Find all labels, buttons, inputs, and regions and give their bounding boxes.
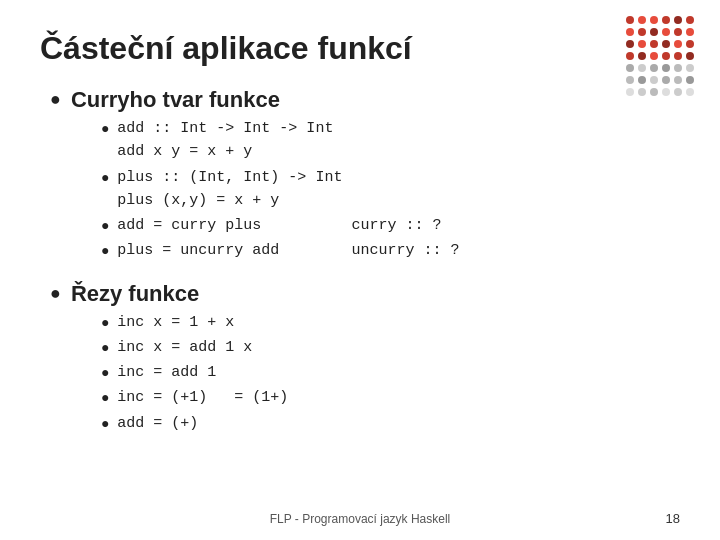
section-1: ● Curryho tvar funkce ● add :: Int -> In…: [50, 87, 680, 271]
section-2-subitem-3: ● inc = (+1) = (1+): [101, 386, 289, 409]
svg-point-21: [662, 52, 670, 60]
code-0: add :: Int -> Int -> Int add x y = x + y: [117, 117, 333, 164]
section-2-subitem-0: ● inc x = 1 + x: [101, 311, 289, 334]
section-2: ● Řezy funkce ● inc x = 1 + x ● inc x = …: [50, 281, 680, 443]
svg-point-25: [638, 64, 646, 72]
svg-point-36: [626, 88, 634, 96]
svg-point-15: [662, 40, 670, 48]
svg-point-24: [626, 64, 634, 72]
code-r3: inc = (+1) = (1+): [117, 386, 288, 409]
svg-point-41: [686, 88, 694, 96]
svg-point-31: [638, 76, 646, 84]
slide-title: Částeční aplikace funkcí: [40, 30, 680, 67]
svg-point-16: [674, 40, 682, 48]
svg-point-29: [686, 64, 694, 72]
slide-footer: FLP - Programovací jazyk Haskell: [0, 512, 720, 526]
section-1-subitems: ● add :: Int -> Int -> Int add x y = x +…: [101, 117, 460, 263]
svg-point-33: [662, 76, 670, 84]
svg-point-10: [674, 28, 682, 36]
sub-bullet-3: ●: [101, 242, 109, 258]
section-1-body: Curryho tvar funkce ● add :: Int -> Int …: [71, 87, 460, 271]
section-1-title: Curryho tvar funkce: [71, 87, 280, 112]
section-2-subitem-1: ● inc x = add 1 x: [101, 336, 289, 359]
svg-point-7: [638, 28, 646, 36]
svg-point-32: [650, 76, 658, 84]
section-2-bullet: ●: [50, 283, 61, 304]
section-1-bullet: ●: [50, 89, 61, 110]
sub-bullet-r4: ●: [101, 415, 109, 431]
svg-point-8: [650, 28, 658, 36]
page-number: 18: [666, 511, 680, 526]
section-2-subitems: ● inc x = 1 + x ● inc x = add 1 x ● inc …: [101, 311, 289, 435]
svg-point-26: [650, 64, 658, 72]
svg-point-34: [674, 76, 682, 84]
section-1-subitem-3: ● plus = uncurry add uncurry :: ?: [101, 239, 460, 262]
code-1: plus :: (Int, Int) -> Int plus (x,y) = x…: [117, 166, 342, 213]
section-2-subitem-2: ● inc = add 1: [101, 361, 289, 384]
svg-point-28: [674, 64, 682, 72]
svg-point-30: [626, 76, 634, 84]
svg-point-12: [626, 40, 634, 48]
svg-point-13: [638, 40, 646, 48]
code-2: add = curry plus curry :: ?: [117, 214, 441, 237]
footer-text: FLP - Programovací jazyk Haskell: [270, 512, 451, 526]
svg-point-40: [674, 88, 682, 96]
slide: Částeční aplikace funkcí ● Curryho tvar …: [0, 0, 720, 540]
slide-content: ● Curryho tvar funkce ● add :: Int -> In…: [40, 87, 680, 443]
svg-point-37: [638, 88, 646, 96]
svg-point-11: [686, 28, 694, 36]
svg-point-4: [674, 16, 682, 24]
svg-point-27: [662, 64, 670, 72]
section-2-subitem-4: ● add = (+): [101, 412, 289, 435]
svg-point-35: [686, 76, 694, 84]
svg-point-39: [662, 88, 670, 96]
code-3: plus = uncurry add uncurry :: ?: [117, 239, 459, 262]
svg-point-9: [662, 28, 670, 36]
svg-point-38: [650, 88, 658, 96]
section-2-title: Řezy funkce: [71, 281, 199, 306]
svg-point-6: [626, 28, 634, 36]
code-r0: inc x = 1 + x: [117, 311, 234, 334]
svg-point-1: [638, 16, 646, 24]
svg-point-22: [674, 52, 682, 60]
svg-point-3: [662, 16, 670, 24]
sub-bullet-r1: ●: [101, 339, 109, 355]
svg-point-20: [650, 52, 658, 60]
section-2-body: Řezy funkce ● inc x = 1 + x ● inc x = ad…: [71, 281, 289, 443]
section-1-subitem-1: ● plus :: (Int, Int) -> Int plus (x,y) =…: [101, 166, 460, 213]
svg-point-23: [686, 52, 694, 60]
code-r4: add = (+): [117, 412, 198, 435]
sub-bullet-r3: ●: [101, 389, 109, 405]
svg-point-17: [686, 40, 694, 48]
decorative-dot-grid: [620, 10, 700, 100]
code-r2: inc = add 1: [117, 361, 216, 384]
sub-bullet-2: ●: [101, 217, 109, 233]
code-r1: inc x = add 1 x: [117, 336, 252, 359]
sub-bullet-r0: ●: [101, 314, 109, 330]
svg-point-19: [638, 52, 646, 60]
sub-bullet-1: ●: [101, 169, 109, 185]
section-1-subitem-2: ● add = curry plus curry :: ?: [101, 214, 460, 237]
sub-bullet-r2: ●: [101, 364, 109, 380]
svg-point-5: [686, 16, 694, 24]
svg-point-18: [626, 52, 634, 60]
section-1-subitem-0: ● add :: Int -> Int -> Int add x y = x +…: [101, 117, 460, 164]
svg-point-14: [650, 40, 658, 48]
svg-point-0: [626, 16, 634, 24]
svg-point-2: [650, 16, 658, 24]
sub-bullet-0: ●: [101, 120, 109, 136]
